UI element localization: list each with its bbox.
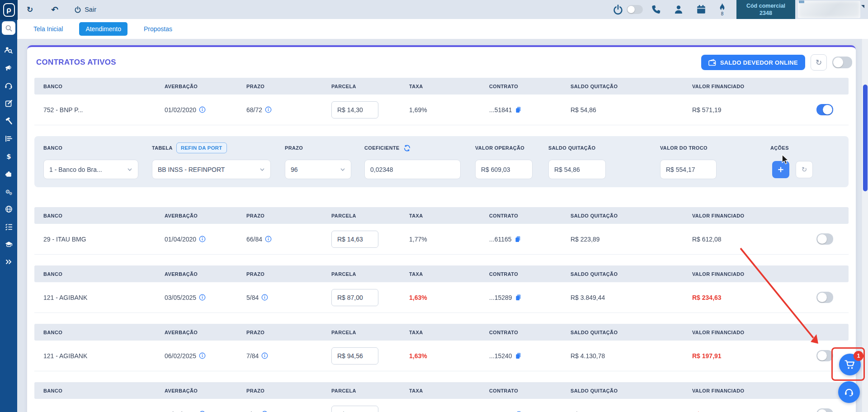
- power-status-icon[interactable]: [613, 4, 623, 15]
- refin-da-port-badge[interactable]: REFIN DA PORT: [176, 142, 227, 153]
- info-icon[interactable]: [265, 106, 272, 113]
- prazo-select[interactable]: 96: [285, 160, 351, 179]
- refresh-icon[interactable]: ↻: [27, 6, 33, 14]
- scrollbar-thumb[interactable]: [863, 85, 868, 191]
- sidebar-item-tools[interactable]: [5, 117, 13, 125]
- copy-icon[interactable]: [515, 352, 522, 359]
- sidebar-expand[interactable]: [5, 258, 13, 266]
- contrato-value: ...61165: [489, 236, 571, 243]
- saldo-quitacao-value: R$ 3.849,44: [571, 294, 692, 301]
- contract-block: BANCOAVERBAÇÃOPRAZOPARCELATAXACONTRATOSA…: [34, 265, 849, 313]
- chevron-down-icon: [340, 168, 345, 171]
- sidebar-item-tasks[interactable]: [5, 223, 13, 231]
- info-icon[interactable]: [199, 106, 206, 113]
- sidebar-item-web[interactable]: [5, 205, 13, 213]
- globe-icon: [5, 205, 13, 213]
- row-toggle[interactable]: [816, 233, 833, 245]
- logout-button[interactable]: Sair: [74, 6, 96, 13]
- valor-financiado-value: R$ 612,08: [692, 236, 792, 243]
- info-icon[interactable]: [199, 236, 206, 242]
- info-icon[interactable]: [261, 294, 268, 301]
- refresh-contracts-button[interactable]: ↻: [811, 54, 827, 71]
- averbacao-value: 01/04/2020: [165, 236, 246, 243]
- sidebar-item-announcements[interactable]: [5, 64, 13, 72]
- prazo-value: 7/84: [246, 352, 331, 360]
- chevron-down-icon: [127, 168, 132, 171]
- tab-tela-inicial[interactable]: Tela Inicial: [27, 22, 69, 36]
- valor-operacao-input[interactable]: R$ 609,03: [475, 160, 533, 179]
- prazo-value: 5/84: [246, 294, 331, 301]
- sync-coefficient-icon[interactable]: [403, 145, 411, 152]
- tabela-select[interactable]: BB INSS - REFINPORT: [152, 160, 271, 179]
- sidebar-item-reports[interactable]: [5, 134, 13, 142]
- row-toggle[interactable]: [816, 292, 833, 303]
- valor-financiado-value: R$ 571,19: [692, 106, 792, 114]
- copy-icon[interactable]: [515, 294, 522, 301]
- flame-counter[interactable]: 8: [718, 3, 726, 16]
- contracts-toggle[interactable]: [832, 57, 852, 68]
- flame-count: 8: [721, 12, 724, 16]
- averbacao-value: 01/02/2020: [165, 106, 246, 114]
- taxa-value: 1,69%: [409, 106, 489, 114]
- plus-icon: [777, 166, 784, 173]
- parcela-input[interactable]: [331, 231, 378, 248]
- commercial-code-badge: Cód comercial 2348: [736, 0, 795, 19]
- info-icon[interactable]: [199, 294, 206, 301]
- reset-simulation-button[interactable]: ↻: [796, 161, 813, 178]
- calendar-icon[interactable]: [696, 5, 706, 14]
- support-chat-button[interactable]: [838, 381, 860, 403]
- copy-icon[interactable]: [514, 236, 521, 242]
- saldo-devedor-online-button[interactable]: SALDO DEVEDOR ONLINE: [701, 55, 805, 70]
- tab-propostas[interactable]: Propostas: [137, 22, 179, 36]
- parcela-input[interactable]: [331, 406, 378, 412]
- parcela-input[interactable]: [331, 289, 378, 306]
- sidebar-item-compose[interactable]: [5, 99, 13, 107]
- table-header-row: BANCOAVERBAÇÃOPRAZOPARCELATAXACONTRATOSA…: [34, 207, 849, 224]
- saldo-quitacao-input[interactable]: R$ 54,86: [548, 160, 606, 179]
- sidebar-item-support[interactable]: [5, 81, 13, 90]
- info-icon[interactable]: [261, 352, 268, 359]
- headset-icon: [5, 82, 13, 90]
- user-icon[interactable]: [674, 5, 684, 14]
- taxa-value: 1,63%: [409, 352, 489, 360]
- headset-icon: [844, 388, 854, 397]
- megaphone-icon: [5, 64, 13, 72]
- undo-icon[interactable]: ↶: [51, 5, 58, 14]
- status-toggle[interactable]: [627, 5, 643, 14]
- dollar-icon: [5, 152, 13, 160]
- row-toggle[interactable]: [816, 408, 833, 412]
- saldo-quitacao-value: R$ 1.981,95: [571, 411, 692, 412]
- sidebar-item-finance[interactable]: [5, 152, 13, 160]
- sidebar-item-training[interactable]: [5, 240, 13, 248]
- flame-icon: [718, 3, 726, 12]
- valor-financiado-value: R$ 234,63: [692, 294, 792, 301]
- prazo-value: 68/72: [246, 106, 331, 114]
- taxa-value: 1,77%: [409, 236, 489, 243]
- valor-troco-input[interactable]: R$ 554,17: [660, 160, 717, 179]
- row-toggle[interactable]: [816, 350, 833, 361]
- row-toggle[interactable]: [816, 104, 833, 115]
- graduation-cap-icon: [5, 241, 13, 248]
- info-icon[interactable]: [265, 236, 272, 242]
- sidebar-item-user-search[interactable]: [5, 46, 13, 54]
- table-row: 121 - AGIBANK 03/05/2025 5/84 1,63% ...1…: [34, 282, 849, 313]
- phone-icon[interactable]: [651, 5, 661, 14]
- coeficiente-input[interactable]: 0,02348: [364, 160, 461, 179]
- banco-value: 752 - BNP P...: [43, 106, 165, 114]
- table-header-row: BANCOAVERBAÇÃOPRAZOPARCELATAXACONTRATOSA…: [34, 265, 849, 282]
- banco-value: 121 - AGIBANK: [43, 411, 165, 412]
- taxa-value: 1,63%: [409, 294, 489, 301]
- banco-select[interactable]: 1 - Banco do Bra...: [43, 160, 138, 179]
- tab-atendimento[interactable]: Atendimento: [79, 22, 127, 36]
- sidebar-item-search[interactable]: [2, 21, 15, 35]
- info-icon[interactable]: [199, 352, 206, 359]
- parcela-input[interactable]: [331, 101, 378, 118]
- app-logo[interactable]: ρ: [0, 0, 18, 20]
- sidebar-item-integrations[interactable]: [5, 170, 13, 178]
- copy-icon[interactable]: [515, 106, 522, 113]
- gears-icon: [5, 188, 13, 195]
- parcela-input[interactable]: [331, 347, 378, 365]
- user-menu-caret-icon[interactable]: [861, 5, 864, 8]
- prazo-value: 7/84: [246, 411, 331, 412]
- sidebar-item-settings[interactable]: [5, 187, 13, 195]
